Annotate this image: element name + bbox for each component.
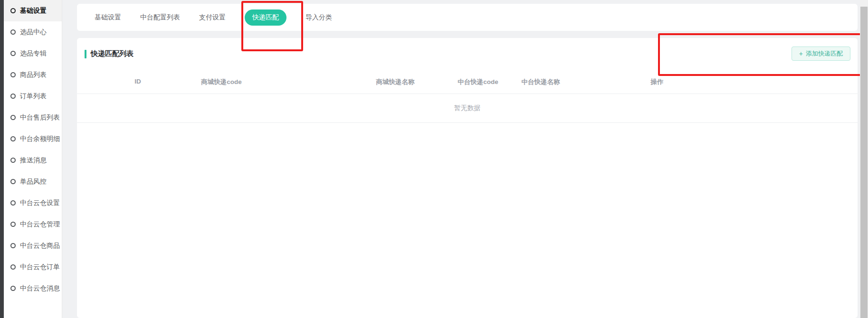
- sidebar-item-label: 订单列表: [20, 92, 47, 101]
- tab[interactable]: 支付设置: [199, 9, 226, 26]
- circle-icon: [10, 72, 16, 77]
- sidebar-item-label: 中台售后列表: [20, 113, 60, 122]
- circle-icon: [10, 115, 16, 120]
- circle-icon: [10, 179, 16, 184]
- sidebar-item[interactable]: 中台售后列表: [4, 107, 62, 128]
- sidebar-item-label: 选品中心: [20, 28, 47, 37]
- sidebar: 基础设置选品中心选品专辑商品列表订单列表中台售后列表中台余额明细推送消息单品风控…: [4, 0, 62, 318]
- sidebar-item-label: 中台云仓消息: [20, 284, 60, 293]
- sidebar-item[interactable]: 中台云仓订单: [4, 256, 62, 278]
- sidebar-item[interactable]: 订单列表: [4, 85, 62, 107]
- add-express-match-button[interactable]: + 添加快递匹配: [792, 47, 850, 61]
- express-match-panel: 快递匹配列表 + 添加快递匹配 ID商城快递code商城快递名称中台快递code…: [77, 38, 858, 318]
- sidebar-item-label: 选品专辑: [20, 49, 47, 58]
- sidebar-item-label: 商品列表: [20, 71, 47, 79]
- circle-icon: [10, 286, 16, 291]
- circle-icon: [10, 243, 16, 248]
- circle-icon: [10, 158, 16, 163]
- section-title: 快递匹配列表: [91, 49, 134, 58]
- sidebar-item-label: 中台云仓设置: [20, 199, 60, 207]
- circle-icon: [10, 94, 16, 99]
- table-divider: [77, 122, 858, 123]
- vertical-scrollbar: [860, 0, 868, 318]
- tab[interactable]: 导入分类: [305, 9, 332, 26]
- sidebar-item[interactable]: 基础设置: [4, 0, 62, 21]
- tab[interactable]: 中台配置列表: [140, 9, 180, 26]
- circle-icon: [10, 200, 16, 206]
- sidebar-item[interactable]: 商品列表: [4, 64, 62, 85]
- sidebar-item-label: 中台云仓管理: [20, 220, 60, 229]
- sidebar-item[interactable]: 中台云仓商品: [4, 235, 62, 256]
- plus-icon: +: [799, 50, 803, 57]
- circle-icon: [10, 29, 16, 35]
- tab-bar: 基础设置中台配置列表支付设置快递匹配导入分类: [77, 4, 858, 31]
- sidebar-item-label: 单品风控: [20, 178, 47, 186]
- sidebar-item-label: 中台余额明细: [20, 135, 60, 143]
- sidebar-item-label: 中台云仓订单: [20, 263, 60, 271]
- add-express-match-label: 添加快递匹配: [806, 49, 843, 58]
- table-empty-state: 暂无数据: [77, 94, 858, 122]
- tab[interactable]: 基础设置: [95, 9, 121, 26]
- column-header: 商城快递名称: [376, 78, 415, 86]
- sidebar-item-label: 中台云仓商品: [20, 242, 60, 250]
- sidebar-item-label: 基础设置: [20, 7, 47, 15]
- sidebar-item[interactable]: 选品专辑: [4, 43, 62, 64]
- section-header: 快递匹配列表: [85, 49, 134, 58]
- section-accent-bar-icon: [85, 50, 86, 58]
- circle-icon: [10, 136, 16, 141]
- column-header: ID: [134, 78, 141, 85]
- sidebar-item[interactable]: 选品中心: [4, 21, 62, 43]
- column-header: 中台快递code: [458, 78, 498, 86]
- sidebar-item[interactable]: 中台云仓设置: [4, 192, 62, 214]
- scrollbar-thumb[interactable]: [860, 7, 868, 318]
- column-header: 中台快递名称: [522, 78, 560, 86]
- tab-active[interactable]: 快递匹配: [245, 9, 286, 26]
- sidebar-item[interactable]: 单品风控: [4, 171, 62, 192]
- column-header: 商城快递code: [201, 78, 242, 86]
- sidebar-item[interactable]: 中台余额明细: [4, 128, 62, 150]
- circle-icon: [10, 264, 16, 270]
- sidebar-item[interactable]: 中台云仓消息: [4, 278, 62, 299]
- circle-icon: [10, 51, 16, 56]
- circle-icon: [10, 8, 16, 13]
- column-header: 操作: [651, 78, 664, 86]
- circle-icon: [10, 222, 16, 227]
- sidebar-item-label: 推送消息: [20, 156, 47, 165]
- sidebar-item[interactable]: 推送消息: [4, 150, 62, 171]
- sidebar-item[interactable]: 中台云仓管理: [4, 214, 62, 235]
- left-dark-rail: [0, 0, 4, 318]
